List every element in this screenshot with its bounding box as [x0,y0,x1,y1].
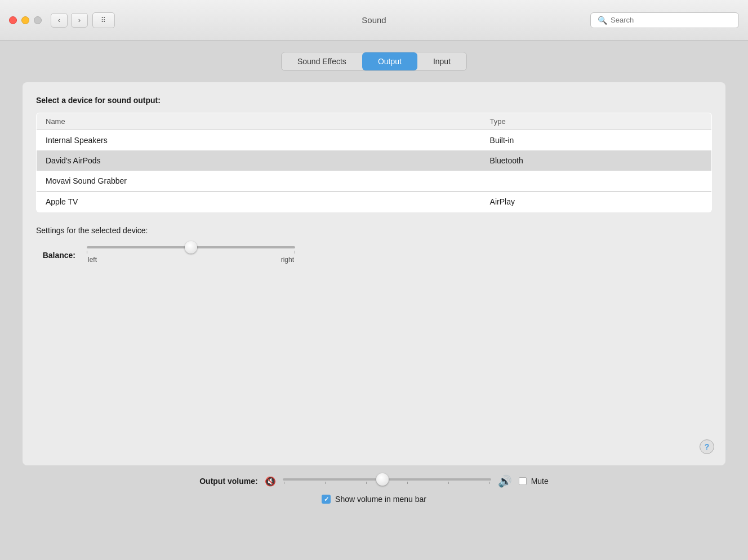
device-type: Bluetooth [481,150,712,171]
device-type [481,171,712,192]
bottom-bar: Output volume: 🔇 🔊 Mute Show volume [0,465,748,513]
tab-input[interactable]: Input [417,52,466,70]
tab-output[interactable]: Output [362,52,417,70]
nav-buttons: ‹ › [51,13,88,28]
grid-icon: ⠿ [101,16,106,24]
tab-sound-effects[interactable]: Sound Effects [282,52,362,70]
balance-slider-labels: left right [87,256,295,264]
balance-left-label: left [88,256,97,264]
search-bar[interactable]: 🔍 [590,12,739,28]
tick [448,482,449,484]
search-input[interactable] [611,16,732,24]
balance-row: Balance: left right [36,246,712,264]
tick [87,251,87,254]
device-type: AirPlay [481,192,712,212]
mute-section: Mute [519,477,549,486]
tick [295,251,295,254]
mute-label: Mute [531,477,549,486]
minimize-button[interactable] [21,16,29,24]
device-name: Movavi Sound Grabber [37,171,481,192]
device-name: David's AirPods [37,150,481,171]
grid-button[interactable]: ⠿ [92,12,115,28]
tick [407,482,408,484]
output-panel: Select a device for sound output: Name T… [23,82,725,465]
search-icon: 🔍 [598,16,607,25]
tick [284,482,284,484]
volume-slider-track[interactable] [283,478,491,481]
volume-low-icon: 🔇 [265,476,276,487]
menu-bar-row: Show volume in menu bar [322,495,426,504]
device-table: Name Type Internal Speakers Built-in Dav… [36,113,712,212]
col-header-type: Type [481,113,712,130]
close-button[interactable] [9,16,17,24]
traffic-lights [9,16,42,24]
titlebar: ‹ › ⠿ Sound 🔍 [0,0,748,41]
table-row[interactable]: David's AirPods Bluetooth [37,150,712,171]
tabs-container: Sound Effects Output Input [23,52,725,71]
tabs: Sound Effects Output Input [281,52,467,71]
volume-high-icon: 🔊 [498,474,512,488]
table-row[interactable]: Internal Speakers Built-in [37,130,712,151]
settings-section-label: Settings for the selected device: [36,226,712,235]
table-row[interactable]: Apple TV AirPlay [37,192,712,212]
output-volume-label: Output volume: [199,477,257,486]
device-name: Apple TV [37,192,481,212]
volume-slider-thumb[interactable] [376,473,389,486]
volume-row: Output volume: 🔇 🔊 Mute [199,474,549,488]
balance-slider-thumb[interactable] [185,241,197,254]
balance-slider-container: left right [87,246,295,264]
tick [325,482,326,484]
tick [366,482,367,484]
balance-right-label: right [281,256,294,264]
col-header-name: Name [37,113,481,130]
settings-section: Settings for the selected device: Balanc… [36,226,712,264]
forward-button[interactable]: › [71,13,88,28]
mute-checkbox[interactable] [519,477,527,485]
balance-slider-track[interactable] [87,246,295,248]
table-row[interactable]: Movavi Sound Grabber [37,171,712,192]
back-button[interactable]: ‹ [51,13,68,28]
device-section-title: Select a device for sound output: [36,96,712,105]
main-content: Sound Effects Output Input Select a devi… [0,41,748,465]
menu-bar-label: Show volume in menu bar [335,495,426,504]
device-name: Internal Speakers [37,130,481,151]
help-button[interactable]: ? [700,439,714,454]
tick [489,482,490,484]
device-type: Built-in [481,130,712,151]
maximize-button[interactable] [34,16,42,24]
show-volume-checkbox[interactable] [322,495,331,504]
balance-label: Balance: [36,251,75,260]
window-title: Sound [362,15,386,25]
